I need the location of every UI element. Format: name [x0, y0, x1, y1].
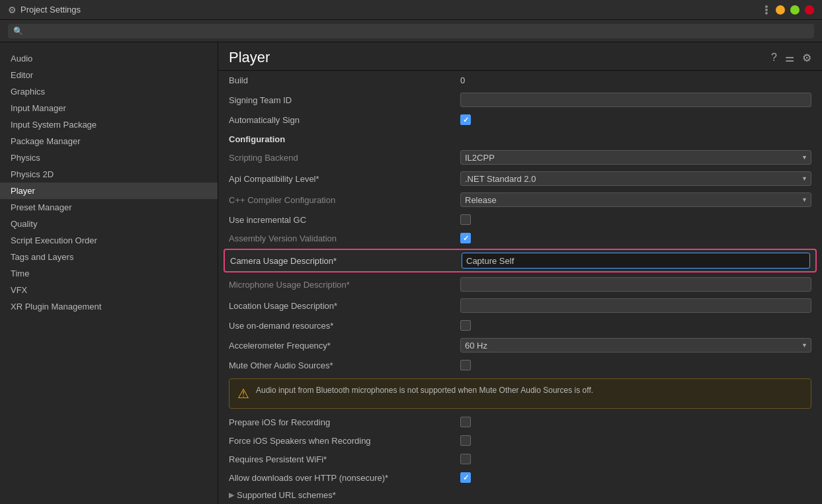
row-supported-url-schemes[interactable]: ▶ Supported URL schemes*	[218, 487, 822, 503]
sliders-icon[interactable]: ⚌	[785, 52, 794, 64]
label-scripting-backend: Scripting Backend	[229, 153, 460, 163]
assembly-version-checkbox[interactable]	[460, 233, 471, 243]
value-assembly-version	[460, 233, 811, 243]
row-location-usage: Location Usage Description*	[218, 295, 822, 316]
row-cpp-compiler: C++ Compiler Configuration Release	[218, 189, 822, 210]
incremental-gc-checkbox[interactable]	[460, 214, 471, 225]
row-scripting-backend: Scripting Backend IL2CPP	[218, 147, 822, 168]
sidebar-item-xr-plugin-management[interactable]: XR Plugin Management	[0, 298, 218, 315]
settings-icon[interactable]: ⚙	[802, 52, 811, 64]
label-allow-http: Allow downloads over HTTP (nonsecure)*	[229, 473, 460, 483]
row-microphone-usage: Microphone Usage Description*	[218, 274, 822, 295]
search-bar: 🔍	[0, 20, 822, 42]
row-assembly-version: Assembly Version Validation	[218, 229, 822, 247]
label-signing-team-id: Signing Team ID	[229, 95, 460, 105]
sidebar-item-preset-manager[interactable]: Preset Manager	[0, 199, 218, 216]
sidebar-item-package-manager[interactable]: Package Manager	[0, 133, 218, 149]
row-prepare-ios: Prepare iOS for Recording	[218, 413, 822, 431]
label-on-demand-resources: Use on-demand resources*	[229, 321, 460, 331]
title-bar-title: ⚙ Project Settings	[8, 5, 81, 15]
accelerometer-dropdown[interactable]: 60 Hz	[460, 338, 811, 353]
label-automatically-sign: Automatically Sign	[229, 115, 460, 125]
sidebar-item-vfx[interactable]: VFX	[0, 282, 218, 298]
search-wrap: 🔍	[8, 24, 814, 38]
menu-dots[interactable]	[765, 5, 768, 15]
on-demand-resources-checkbox[interactable]	[460, 320, 471, 331]
title-bar: ⚙ Project Settings	[0, 0, 822, 20]
search-input[interactable]	[26, 26, 809, 36]
scripting-backend-dropdown[interactable]: IL2CPP	[460, 150, 811, 165]
value-incremental-gc	[460, 214, 811, 225]
warning-box: ⚠ Audio input from Bluetooth microphones…	[229, 378, 811, 409]
persistent-wifi-checkbox[interactable]	[460, 454, 471, 464]
sidebar-item-physics[interactable]: Physics	[0, 149, 218, 166]
row-allow-http: Allow downloads over HTTP (nonsecure)*	[218, 468, 822, 487]
sidebar-item-player[interactable]: Player	[0, 183, 218, 199]
label-prepare-ios: Prepare iOS for Recording	[229, 417, 460, 427]
sidebar-item-script-execution-order[interactable]: Script Execution Order	[0, 232, 218, 249]
value-automatically-sign	[460, 114, 811, 125]
maximize-button[interactable]	[790, 5, 800, 15]
allow-http-checkbox[interactable]	[460, 472, 471, 483]
close-button[interactable]	[805, 5, 814, 15]
value-signing-team-id	[460, 93, 811, 107]
force-ios-speakers-checkbox[interactable]	[460, 435, 471, 446]
value-scripting-backend: IL2CPP	[460, 150, 811, 165]
signing-team-id-input[interactable]	[460, 93, 811, 107]
sidebar-item-physics-2d[interactable]: Physics 2D	[0, 166, 218, 183]
api-compat-dropdown[interactable]: .NET Standard 2.0	[460, 171, 811, 186]
sidebar-item-editor[interactable]: Editor	[0, 67, 218, 83]
content-header: Player ? ⚌ ⚙	[218, 42, 822, 71]
location-usage-input[interactable]	[460, 298, 811, 313]
row-build: Build 0	[218, 71, 822, 89]
value-microphone-usage	[460, 277, 811, 292]
value-mute-audio	[460, 360, 811, 370]
mute-audio-checkbox[interactable]	[460, 360, 471, 370]
row-mute-audio: Mute Other Audio Sources*	[218, 356, 822, 374]
warning-icon: ⚠	[237, 386, 249, 401]
content-area: Player ? ⚌ ⚙ Build 0 Signing Team ID	[218, 42, 822, 504]
sidebar-item-time[interactable]: Time	[0, 265, 218, 282]
sidebar-item-audio[interactable]: Audio	[0, 50, 218, 67]
value-cpp-compiler: Release	[460, 192, 811, 207]
sidebar-item-input-system-package[interactable]: Input System Package	[0, 116, 218, 133]
label-accelerometer: Accelerometer Frequency*	[229, 341, 460, 351]
sidebar-item-input-manager[interactable]: Input Manager	[0, 100, 218, 116]
row-signing-team-id: Signing Team ID	[218, 89, 822, 110]
microphone-usage-input[interactable]	[460, 277, 811, 292]
row-persistent-wifi: Requires Persistent WiFi*	[218, 450, 822, 468]
gear-icon: ⚙	[8, 5, 17, 15]
minimize-button[interactable]	[776, 5, 785, 15]
camera-usage-input[interactable]	[462, 253, 810, 269]
api-compat-dropdown-wrap: .NET Standard 2.0	[460, 171, 811, 186]
value-persistent-wifi	[460, 454, 811, 464]
sidebar: Audio Editor Graphics Input Manager Inpu…	[0, 42, 218, 504]
main-layout: Audio Editor Graphics Input Manager Inpu…	[0, 42, 822, 504]
row-accelerometer: Accelerometer Frequency* 60 Hz	[218, 335, 822, 356]
warning-text: Audio input from Bluetooth microphones i…	[256, 386, 593, 395]
row-incremental-gc: Use incremental GC	[218, 210, 822, 229]
value-build: 0	[460, 75, 811, 85]
row-force-ios-speakers: Force iOS Speakers when Recording	[218, 431, 822, 450]
row-automatically-sign: Automatically Sign	[218, 110, 822, 129]
row-on-demand-resources: Use on-demand resources*	[218, 316, 822, 335]
sidebar-item-graphics[interactable]: Graphics	[0, 83, 218, 100]
label-force-ios-speakers: Force iOS Speakers when Recording	[229, 436, 460, 446]
sidebar-item-quality[interactable]: Quality	[0, 216, 218, 232]
automatically-sign-checkbox[interactable]	[460, 114, 471, 125]
row-camera-usage: Camera Usage Description*	[224, 249, 817, 273]
label-cpp-compiler: C++ Compiler Configuration	[229, 195, 460, 205]
label-assembly-version: Assembly Version Validation	[229, 233, 460, 243]
content-scroll[interactable]: Build 0 Signing Team ID Automatically Si…	[218, 71, 822, 504]
value-api-compat: .NET Standard 2.0	[460, 171, 811, 186]
help-icon[interactable]: ?	[771, 52, 777, 63]
prepare-ios-checkbox[interactable]	[460, 417, 471, 427]
label-location-usage: Location Usage Description*	[229, 301, 460, 311]
value-allow-http	[460, 472, 811, 483]
build-value: 0	[460, 75, 465, 85]
label-api-compat: Api Compatibility Level*	[229, 174, 460, 184]
label-supported-url-schemes: Supported URL schemes*	[237, 490, 336, 500]
label-incremental-gc: Use incremental GC	[229, 215, 460, 225]
cpp-compiler-dropdown[interactable]: Release	[460, 192, 811, 207]
sidebar-item-tags-and-layers[interactable]: Tags and Layers	[0, 249, 218, 265]
